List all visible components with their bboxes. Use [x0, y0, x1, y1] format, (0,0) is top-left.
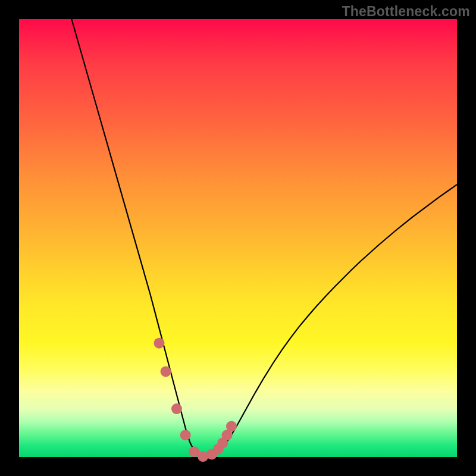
marker-dot: [154, 338, 165, 349]
marker-dot: [161, 366, 171, 377]
marker-dot: [226, 421, 237, 431]
curve-line: [71, 19, 457, 457]
watermark-text: TheBottleneck.com: [342, 4, 470, 20]
marker-dot: [180, 430, 191, 440]
chart-frame: TheBottleneck.com: [0, 0, 476, 476]
chart-svg: [19, 19, 457, 457]
marker-dot: [171, 403, 182, 414]
plot-area: [19, 19, 457, 457]
